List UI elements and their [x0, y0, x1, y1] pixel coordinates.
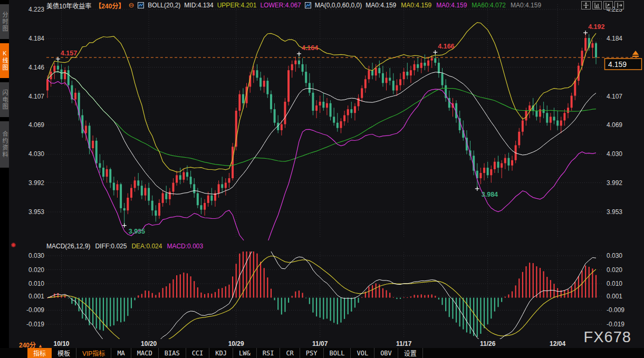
macd-y-axis-label: 0.030 — [28, 252, 44, 259]
x-axis-date-label: 12/04 — [550, 340, 565, 347]
macd-y-axis-label: 0.010 — [607, 280, 622, 287]
left-sidebar: 分时图 K线图 闪电图 合约资料 — [0, 0, 9, 348]
boll-indicator-icon[interactable] — [138, 2, 144, 8]
macd-y-axis-label: 0.001 — [28, 293, 44, 300]
x-axis-date-label: 11/26 — [480, 340, 496, 347]
chart-forward-icon[interactable] — [603, 1, 613, 9]
macd-dea-value: DEA:0.024 — [131, 243, 162, 250]
macd-y-axis-label: -0.009 — [607, 306, 624, 314]
macd-y-axis-label: -0.019 — [26, 321, 44, 328]
toolbar-item-VIP指标[interactable]: VIP指标 — [76, 348, 111, 358]
annotation-label: 4.166 — [438, 43, 454, 50]
toolbar-item-RSI[interactable]: RSI — [257, 348, 281, 358]
ma-legend-value: MA0:4.159 — [366, 2, 396, 9]
toolbar-item-PSY[interactable]: PSY — [300, 348, 324, 358]
macd-legend-bar: MACD(26,12,9) DIFF:0.025 DEA:0.024 MACD:… — [46, 243, 203, 250]
toolbar-item-KDJ[interactable]: KDJ — [209, 348, 233, 358]
macd-y-axis-label: -0.009 — [26, 306, 44, 314]
toolbar-item-LW&[interactable]: LW& — [233, 348, 257, 358]
ma-indicator-icon[interactable] — [305, 2, 311, 8]
chart-canvas[interactable]: 4.2234.2234.1844.1844.1464.1464.1074.107… — [0, 0, 644, 348]
toolbar-item-CCI[interactable]: CCI — [186, 348, 210, 358]
toolbar-item-CR[interactable]: CR — [280, 348, 300, 358]
macd-diff-value: DIFF:0.025 — [95, 243, 127, 250]
y-axis-label: 4.107 — [28, 93, 44, 100]
ma-params-label: MA(0,0,0,60,0,0) — [315, 2, 362, 9]
crosshair-icon[interactable] — [581, 1, 591, 9]
ma-legend-values: MA0:4.159MA0:4.159MA0:4.159MA60:4.072MA0… — [366, 2, 546, 9]
ma-legend-value: MA0:4.159 — [401, 2, 431, 9]
collapse-icon[interactable]: ⊖ — [128, 2, 134, 8]
boll-upper-value: UPPER:4.201 — [217, 2, 257, 9]
macd-y-axis-label: 0.001 — [607, 293, 622, 300]
ma-legend-value: MA0:4.159 — [436, 2, 467, 9]
y-axis-label: 3.992 — [28, 179, 44, 187]
toolbar-item-指标[interactable]: 指标 — [27, 348, 52, 358]
macd-params-label: MACD(26,12,9) — [46, 243, 90, 250]
pan-right-icon[interactable] — [614, 1, 624, 9]
toolbar-item-VOL[interactable]: VOL — [351, 348, 374, 358]
macd-y-axis-label: 0.030 — [607, 252, 622, 259]
chart-legend-bar: 美债10年收益率 【240分】 ⊖ BOLL(20,2) MID:4.134 U… — [46, 1, 546, 9]
ma-legend-value: MA60:4.072 — [472, 2, 506, 9]
boll-mid-value: MID:4.134 — [184, 2, 213, 9]
x-axis-date-label: 11/07 — [312, 340, 328, 347]
trading-app-window: 4.2234.2234.1844.1844.1464.1464.1074.107… — [0, 0, 644, 358]
macd-macd-value: MACD:0.003 — [167, 243, 203, 250]
toolbar-item-OBV[interactable]: OBV — [374, 348, 398, 358]
sidebar-tab-lightning[interactable]: 闪电图 — [0, 82, 9, 117]
axis-scale-icon[interactable] — [592, 1, 602, 9]
x-axis-date-label: 10/20 — [141, 340, 157, 347]
ma-legend-value: MA0:4.159 — [511, 2, 541, 9]
sidebar-tab-contract-info[interactable]: 合约资料 — [0, 121, 9, 168]
indicator-toolbar: 指标模板VIP指标MAMACDBIASCCIKDJLW&RSICRPSYBOLL… — [0, 348, 644, 358]
boll-label: BOLL(20,2) — [148, 2, 180, 9]
y-axis-label: 4.030 — [28, 150, 44, 158]
annotation-label: 3.935 — [129, 228, 145, 235]
macd-y-axis-label: 0.020 — [28, 266, 44, 274]
macd-y-axis-label: -0.019 — [607, 321, 624, 328]
toolbar-item-模板[interactable]: 模板 — [52, 348, 76, 358]
y-axis-label: 4.069 — [607, 121, 622, 129]
annotation-label: 4.192 — [588, 23, 604, 31]
toolbar-item-设置[interactable]: 设置 — [398, 348, 423, 358]
y-axis-label: 4.030 — [607, 150, 622, 158]
current-price-value: 4.159 — [608, 60, 627, 69]
y-axis-label: 4.223 — [28, 6, 44, 13]
toolbar-item-BIAS[interactable]: BIAS — [159, 348, 186, 358]
y-axis-label: 4.146 — [28, 64, 44, 71]
x-axis-date-label: 10/29 — [228, 340, 244, 347]
x-axis-date-label: 11/17 — [396, 340, 412, 347]
toolbar-item-BOLL[interactable]: BOLL — [324, 348, 351, 358]
annotation-label: 3.984 — [482, 191, 498, 198]
y-axis-label: 3.992 — [607, 179, 622, 187]
y-axis-label: 4.184 — [28, 35, 44, 42]
y-axis-label: 3.953 — [28, 208, 44, 216]
sidebar-tab-kline[interactable]: K线图 — [0, 43, 9, 78]
toolbar-item-MACD[interactable]: MACD — [131, 348, 159, 358]
y-axis-label: 4.184 — [607, 35, 622, 42]
period-tag: 【240分】 — [95, 1, 124, 10]
macd-y-axis-label: 0.020 — [607, 266, 622, 274]
chart-title: 美债10年收益率 — [46, 1, 91, 10]
y-axis-label: 4.107 — [607, 93, 622, 100]
sidebar-tab-timeline[interactable]: 分时图 — [0, 4, 9, 39]
macd-y-axis-label: 0.010 — [28, 280, 44, 287]
annotation-label: 4.157 — [61, 50, 77, 57]
boll-lower-value: LOWER:4.067 — [260, 2, 301, 9]
y-axis-label: 3.953 — [607, 208, 622, 216]
toolbar-item-MA[interactable]: MA — [111, 348, 131, 358]
annotation-label: 4.164 — [302, 44, 318, 52]
x-axis-date-label: 10/10 — [53, 340, 69, 347]
chart-window-buttons — [581, 1, 624, 9]
fx678-watermark: FX678 — [584, 328, 631, 346]
alert-burst-icon: ✺ — [11, 241, 16, 249]
y-axis-label: 4.069 — [28, 121, 44, 129]
